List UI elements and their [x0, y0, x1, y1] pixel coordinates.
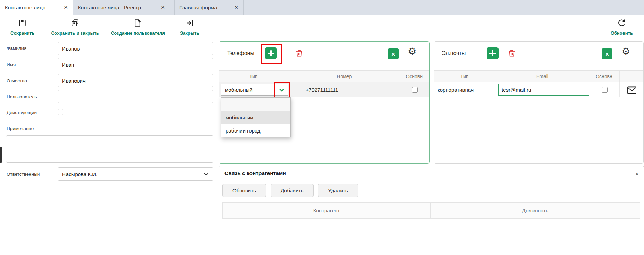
patronymic-field[interactable] [58, 74, 213, 87]
emails-col-type: Тип [434, 71, 495, 82]
save-and-close-icon [71, 19, 79, 29]
tab-bar: Контактное лицо ✕ Контактные лица - Реес… [0, 0, 644, 15]
export-excel-button[interactable]: x [388, 48, 399, 59]
collapse-icon[interactable]: ▴ [636, 171, 638, 176]
emails-title: Эл.почты [442, 50, 466, 56]
contractors-header[interactable]: Связь с контрагентами ▴ [219, 166, 644, 180]
responsible-select[interactable]: Насырова К.И. [58, 167, 213, 181]
tab-label: Контактные лица - Реестр [78, 4, 141, 10]
emails-table-header: Тип Email Основн. [434, 70, 643, 82]
responsible-label: Ответственный [7, 172, 40, 177]
delete-email-icon[interactable] [507, 48, 517, 58]
phone-type-value: мобильный [225, 87, 253, 93]
phones-col-number: Номер [288, 71, 400, 82]
close-form-icon [185, 19, 194, 29]
phone-main-checkbox[interactable] [412, 87, 418, 93]
create-user-label: Создание пользователя [111, 30, 165, 36]
toolbar: Сохранить Сохранить и закрыть Создание п… [0, 15, 644, 39]
tab-contacts-registry[interactable]: Контактные лица - Реестр ✕ [73, 0, 170, 15]
emails-col-actions [619, 71, 643, 82]
create-user-button[interactable]: Создание пользователя [111, 19, 165, 36]
save-label: Сохранить [10, 30, 35, 36]
emails-col-main: Основн. [590, 71, 620, 82]
phone-main-cell [400, 82, 429, 97]
phones-col-main: Основн. [400, 71, 429, 82]
phone-number-cell: +79271111111 [288, 82, 400, 97]
contractors-panel: Связь с контрагентами ▴ Обновить Добавит… [219, 166, 644, 255]
close-form-label: Закрыть [180, 30, 199, 36]
close-icon[interactable]: ✕ [234, 4, 238, 10]
save-and-close-button[interactable]: Сохранить и закрыть [51, 19, 99, 36]
emails-panel: Эл.почты x ⚙ Тип Email Основн. корпорати… [434, 41, 644, 164]
surname-label: Фамилия [7, 46, 26, 51]
tab-contact-person[interactable]: Контактное лицо ✕ [0, 0, 73, 15]
patronymic-label: Отчество [7, 78, 27, 83]
tab-label: Главная форма [179, 4, 217, 10]
user-label: Пользователь [7, 94, 37, 99]
note-field[interactable] [6, 135, 213, 163]
save-and-close-label: Сохранить и закрыть [51, 30, 99, 36]
surname-field[interactable] [58, 42, 213, 55]
phones-col-type: Тип [219, 71, 288, 82]
contractors-table-header: Контрагент Должность [222, 202, 640, 219]
contractors-col-position: Должность [430, 203, 640, 218]
email-type-cell: корпоративная [434, 82, 495, 97]
phones-title: Телефоны [227, 50, 254, 56]
firstname-field[interactable] [58, 58, 213, 71]
create-user-icon [133, 19, 142, 29]
user-field[interactable] [58, 90, 213, 103]
contractors-col-contractor: Контрагент [223, 203, 430, 218]
panel-resize-handle[interactable] [0, 147, 2, 163]
settings-gear-icon[interactable]: ⚙ [408, 47, 416, 56]
export-excel-button[interactable]: x [602, 48, 612, 59]
email-main-checkbox[interactable] [602, 87, 608, 93]
dropdown-option-mobile[interactable]: мобильный [221, 111, 290, 124]
contractors-refresh-button[interactable]: Обновить [222, 184, 266, 197]
emails-col-email: Email [495, 71, 589, 82]
close-form-button[interactable]: Закрыть [180, 19, 199, 36]
tab-label: Контактное лицо [5, 4, 45, 10]
app-window: Контактное лицо ✕ Контактные лица - Реес… [0, 0, 644, 255]
phones-panel: Телефоны x ⚙ Тип Номер Основн. +79271111… [219, 41, 430, 164]
phone-type-dropdown: мобильный рабочий город [221, 97, 291, 137]
dropdown-option-work-city[interactable]: рабочий город [221, 124, 290, 137]
note-label: Примечание [7, 126, 34, 131]
save-icon [18, 19, 27, 29]
add-phone-button[interactable] [265, 47, 277, 59]
close-icon[interactable]: ✕ [161, 4, 165, 10]
email-field[interactable] [498, 84, 589, 96]
chevron-down-icon [203, 171, 209, 177]
active-label: Действующий [7, 110, 37, 115]
contractors-add-button[interactable]: Добавить [271, 184, 314, 197]
refresh-label: Обновить [611, 30, 633, 36]
refresh-icon [617, 19, 626, 29]
phones-table-header: Тип Номер Основн. [219, 70, 429, 82]
settings-gear-icon[interactable]: ⚙ [621, 47, 630, 56]
close-icon[interactable]: ✕ [64, 4, 68, 10]
chevron-down-icon [279, 87, 285, 93]
email-main-cell [590, 82, 620, 97]
delete-phone-icon[interactable] [294, 48, 304, 58]
active-checkbox[interactable] [58, 109, 63, 115]
save-button[interactable]: Сохранить [10, 19, 35, 36]
contractors-buttons: Обновить Добавить Удалить [222, 184, 358, 197]
contractors-title: Связь с контрагентами [224, 170, 286, 176]
refresh-button[interactable]: Обновить [611, 19, 633, 36]
responsible-value: Насырова К.И. [62, 171, 97, 177]
phone-type-select[interactable]: мобильный [221, 84, 288, 96]
firstname-label: Имя [7, 62, 16, 67]
tab-main-form[interactable]: Главная форма ✕ [174, 0, 244, 15]
add-email-button[interactable] [487, 47, 499, 59]
envelope-icon[interactable] [627, 86, 637, 96]
contractors-delete-button[interactable]: Удалить [318, 184, 358, 197]
dropdown-option-blank[interactable] [221, 98, 290, 111]
